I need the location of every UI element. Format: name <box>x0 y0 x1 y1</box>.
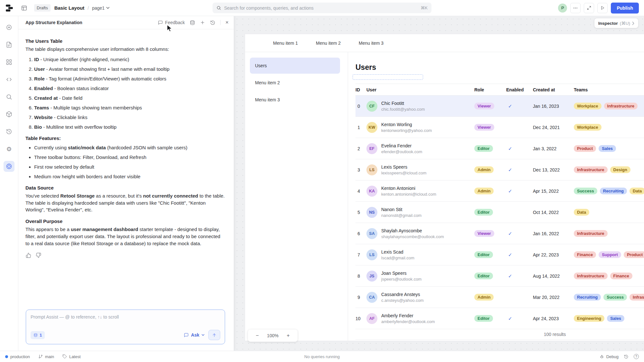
retool-logo-icon[interactable] <box>5 4 14 12</box>
team-tag: Engineering <box>574 315 604 322</box>
history-icon[interactable] <box>4 126 14 137</box>
publish-button[interactable]: Publish <box>611 3 639 14</box>
prompt-placeholder: Prompt Assist — @ to reference, ↑↓ to sc… <box>31 314 220 320</box>
inspector-button[interactable]: Inspector (⌘U) <box>594 18 638 28</box>
thread-history-icon[interactable] <box>210 20 215 25</box>
team-tag: Data <box>574 209 589 216</box>
sidebar-item-menu-item-2[interactable]: Menu item 2 <box>250 75 340 91</box>
list-item: Role - Tag format (Admin/Editor/Viewer) … <box>34 75 225 82</box>
table-row[interactable]: 0CFChic Footittchic.footitt@yahoo.comVie… <box>355 96 644 117</box>
environment-label: production <box>10 354 30 359</box>
table-row[interactable]: 5NSNanon Stitnanonstit@gmail.comEditorOc… <box>355 202 644 223</box>
thumbs-down-icon[interactable] <box>36 253 41 259</box>
pages-icon[interactable] <box>4 39 14 50</box>
column-header-enabled[interactable]: Enabled <box>506 87 533 92</box>
panel-paragraph: You've selected Retool Storage as a reso… <box>25 192 225 213</box>
feedback-bubble-icon <box>158 20 163 25</box>
cell-role: Editor <box>474 251 506 258</box>
app-menu-bar: Menu item 1Menu item 2Menu item 3 <box>245 34 644 52</box>
audit-history-icon[interactable] <box>624 354 629 359</box>
debug-button[interactable]: Debug <box>600 354 619 359</box>
page-selector[interactable]: page1 <box>92 5 109 11</box>
panel-paragraph: This appears to be a user management das… <box>25 226 225 247</box>
table-row[interactable]: 3LSLexis Speerslexisspeers@icloud.comAdm… <box>355 159 644 181</box>
branch-selector[interactable]: main <box>38 354 54 359</box>
column-header-teams[interactable]: Teams <box>574 87 644 92</box>
user-avatar[interactable]: P <box>558 4 567 13</box>
components-icon[interactable] <box>4 57 14 68</box>
zoom-out-button[interactable]: − <box>251 333 263 339</box>
column-header-created-at[interactable]: Created at <box>533 87 574 92</box>
table-row[interactable]: 2EFEvelina Fenderefender@outlook.comEdit… <box>355 138 644 159</box>
cell-user: KWKenton Worlingkentonworling@yahoo.com <box>366 122 474 133</box>
table-body: 0CFChic Footittchic.footitt@yahoo.comVie… <box>355 96 644 329</box>
ai-assistant-icon[interactable] <box>4 161 14 172</box>
sidebar-item-menu-item-3[interactable]: Menu item 3 <box>250 92 340 108</box>
drafts-badge[interactable]: Drafts <box>34 4 51 12</box>
table-row[interactable]: 1KWKenton Worlingkentonworling@yahoo.com… <box>355 117 644 138</box>
new-thread-icon[interactable] <box>200 20 205 25</box>
cell-teams: SuccessRecruitingData <box>574 188 644 194</box>
menu-item-1[interactable]: Menu item 1 <box>273 41 298 46</box>
user-name: Kenton Antonioni <box>381 186 436 191</box>
avatar: KW <box>366 122 377 133</box>
user-name: Cassandre Ansteys <box>381 292 424 297</box>
team-tag: Infrastructure <box>630 294 644 301</box>
list-item: ID - Unique identifier (right-aligned, n… <box>34 56 225 63</box>
user-name: Evelina Fender <box>381 143 422 148</box>
context-chip[interactable]: 1 <box>31 331 45 339</box>
code-icon[interactable] <box>4 74 14 85</box>
help-icon[interactable]: ? <box>634 354 639 359</box>
column-header-user[interactable]: User <box>366 87 474 92</box>
table-header-row: IDUserRoleEnabledCreated atTeams <box>355 84 644 96</box>
close-panel-icon[interactable]: × <box>225 19 229 26</box>
table-row[interactable]: 8JSJoan Speersjspeers@outlook.comEditor✓… <box>355 265 644 287</box>
section-heading: Data Source <box>25 185 225 190</box>
prompt-assist-box[interactable]: Prompt Assist — @ to reference, ↑↓ to sc… <box>26 310 225 344</box>
releases-icon[interactable] <box>4 109 14 120</box>
menu-item-3[interactable]: Menu item 3 <box>359 41 384 46</box>
version-selector[interactable]: Latest <box>62 354 80 359</box>
topbar-actions: P Publish <box>558 3 639 14</box>
send-prompt-button[interactable] <box>208 330 220 340</box>
status-bar: production main Latest No queries runnin… <box>0 351 644 362</box>
enabled-check-icon: ✓ <box>506 273 533 279</box>
menu-item-2[interactable]: Menu item 2 <box>316 41 341 46</box>
model-selector-icon[interactable] <box>190 20 195 25</box>
global-search-input[interactable]: Search for components, queries, and acti… <box>213 3 431 13</box>
selected-component-outline[interactable] <box>353 74 423 80</box>
cell-teams: Data <box>574 209 644 216</box>
more-options-button[interactable] <box>570 3 581 13</box>
cell-id: 9 <box>355 295 366 300</box>
app-main: Users IDUserRoleEnabledCreated atTeams 0… <box>348 52 644 341</box>
team-tag: Sales <box>599 145 616 152</box>
ask-mode-button[interactable]: Ask <box>184 332 204 338</box>
context-count: 1 <box>40 333 42 338</box>
user-name-block: Lexis Scadlscad@gmail.com <box>381 249 414 260</box>
add-component-icon[interactable] <box>4 22 14 33</box>
list-item: First row selected by default <box>34 163 225 170</box>
user-email: jspeers@outlook.com <box>381 277 421 282</box>
user-name-block: Chic Footittchic.footitt@yahoo.com <box>381 101 425 112</box>
column-header-role[interactable]: Role <box>474 87 506 92</box>
role-tag: Viewer <box>474 124 494 131</box>
fullscreen-button[interactable] <box>584 3 594 13</box>
search-rail-icon[interactable] <box>4 91 14 102</box>
column-header-id[interactable]: ID <box>355 87 366 92</box>
cell-teams: RecruitingSuccessInfrastructure <box>574 294 644 301</box>
toggle-left-panel-icon[interactable] <box>19 3 29 13</box>
table-row[interactable]: 4KAKenton Antonionikenton.antonioni@iclo… <box>355 181 644 202</box>
sidebar-item-users[interactable]: Users <box>250 58 340 74</box>
settings-gear-icon[interactable]: ⚙ <box>4 144 14 154</box>
table-row[interactable]: 7LSLexis Scadlscad@gmail.comEditor✓Apr 2… <box>355 244 644 265</box>
search-icon <box>216 5 221 10</box>
table-row[interactable]: 10AFAmberly Fenderamberlyfender@outlook.… <box>355 308 644 329</box>
environment-selector[interactable]: production <box>5 354 30 359</box>
table-row[interactable]: 9CACassandre Ansteysc.ansteys@yahoo.comA… <box>355 287 644 308</box>
search-shortcut: ⌘K <box>421 5 428 10</box>
team-tag: Finance <box>574 251 596 258</box>
table-row[interactable]: 6SAShaylah Aynscombeshaylahaynscombe@out… <box>355 223 644 244</box>
preview-button[interactable] <box>597 3 608 13</box>
thumbs-up-icon[interactable] <box>26 253 31 259</box>
zoom-in-button[interactable]: + <box>282 333 294 339</box>
